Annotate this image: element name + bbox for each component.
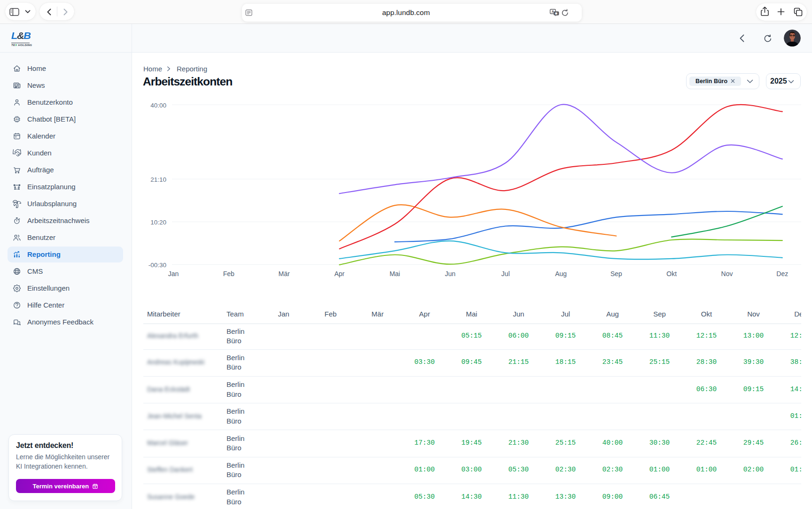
svg-text:Sep: Sep	[610, 270, 622, 278]
svg-text:Dez: Dez	[776, 270, 788, 278]
svg-text:Mai: Mai	[390, 270, 400, 278]
svg-text:Jun: Jun	[445, 270, 456, 278]
svg-text:Jan: Jan	[168, 270, 179, 278]
svg-text:Okt: Okt	[666, 270, 677, 278]
svg-text:Nov: Nov	[721, 270, 733, 278]
svg-text:10:20: 10:20	[150, 219, 166, 226]
svg-text:Aug: Aug	[555, 270, 567, 278]
svg-text:✱: ✱	[555, 12, 558, 15]
svg-text:AI: AI	[16, 118, 18, 121]
svg-text:-00:30: -00:30	[148, 262, 166, 269]
svg-text:Apr: Apr	[335, 270, 345, 278]
svg-text:21:10: 21:10	[150, 176, 166, 183]
svg-text:Mär: Mär	[279, 270, 290, 278]
svg-text:Jul: Jul	[501, 270, 510, 278]
svg-text:Feb: Feb	[223, 270, 234, 278]
svg-text:40:00: 40:00	[150, 102, 166, 109]
